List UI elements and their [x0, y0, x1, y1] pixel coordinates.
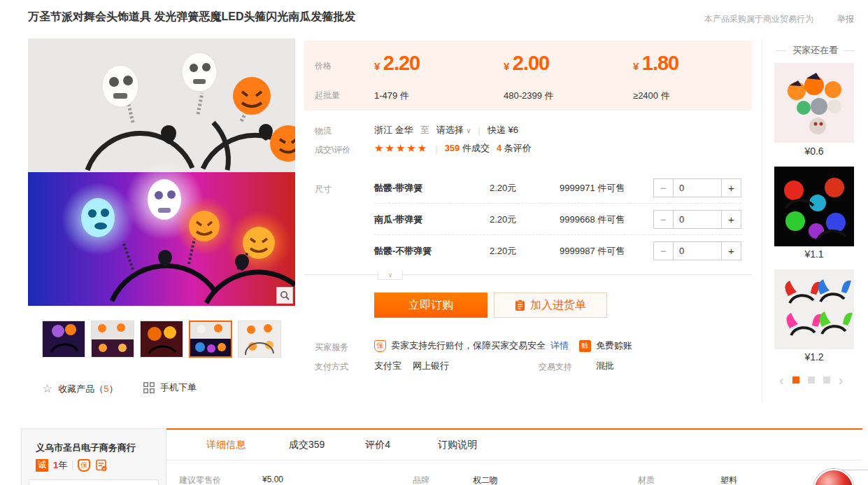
page-title: 万圣节派对舞会头饰道具 发光弹簧恶魔LED头箍闪光南瓜发箍批发: [28, 10, 355, 24]
ship-from: 浙江 金华: [374, 124, 413, 136]
sku-row-3: 骷髅-不带弹簧 2.20元 9999987 件可售 − 0 +: [374, 235, 741, 267]
related-item-3-price[interactable]: ¥1.2: [774, 351, 854, 363]
sku-name: 骷髅-不带弹簧: [374, 245, 490, 258]
pager-dot-3[interactable]: [823, 377, 830, 384]
magnifier-icon: [280, 290, 290, 300]
rating-row: ★★★★★ | 359 件成交 4 条评价: [374, 142, 532, 155]
credit-text[interactable]: 免费赊账: [596, 339, 632, 352]
qty-minus-button[interactable]: −: [654, 242, 673, 260]
bank-option[interactable]: 网上银行: [413, 360, 449, 372]
thumbnail-strip: [42, 321, 281, 358]
tab-deals[interactable]: 成交359: [289, 439, 325, 451]
thumbnail-4-selected[interactable]: [189, 321, 232, 358]
price-label: 价格: [315, 60, 332, 72]
attr-value-material: 塑料: [720, 475, 737, 485]
contract-doc-icon: [95, 459, 108, 472]
guarantee-badge-icon: 保: [374, 340, 386, 352]
deal-count[interactable]: 359 件成交: [445, 142, 490, 155]
qty-minus-button[interactable]: −: [654, 179, 673, 197]
price-tier-2: ¥ 2.00: [504, 52, 549, 75]
payment-methods: 支付宝 网上银行: [374, 360, 449, 372]
thumbnail-2[interactable]: [91, 321, 134, 358]
seller-stats-box: [29, 479, 159, 485]
destination-select[interactable]: 请选择 ∨: [436, 124, 471, 136]
moq-label: 起批量: [315, 90, 340, 101]
sku-price: 2.20元: [490, 245, 560, 258]
thumbnail-3[interactable]: [140, 321, 183, 358]
related-item-1-price[interactable]: ¥0.6: [774, 146, 854, 157]
moq-tier-3: ≥2400 件: [633, 90, 670, 102]
product-main-image[interactable]: [28, 38, 295, 306]
thumbnail-5[interactable]: [238, 321, 281, 358]
attr-label-brand: 品牌: [413, 475, 429, 485]
guarantee-text: 卖家支持先行赔付，保障买家交易安全: [391, 339, 546, 352]
tab-detail-info[interactable]: 详细信息: [206, 439, 246, 451]
related-item-2-price[interactable]: ¥1.1: [774, 248, 854, 260]
pager-prev-icon[interactable]: ‹: [779, 373, 784, 387]
add-to-cart-label: 加入进货单: [530, 298, 586, 313]
expand-sku-button[interactable]: ∨: [378, 270, 403, 280]
product-page: 万圣节派对舞会头饰道具 发光弹簧恶魔LED头箍闪光南瓜发箍批发 本产品采购属于商…: [0, 0, 868, 485]
attr-value-brand: 权二吻: [473, 475, 498, 485]
qty-plus-button[interactable]: +: [722, 242, 741, 260]
sku-name: 南瓜-带弹簧: [374, 213, 490, 226]
related-item-1-image[interactable]: [774, 63, 854, 143]
sku-stock: 9999987 件可售: [560, 245, 652, 258]
also-viewed-sidebar: 买家还在看 ¥0.6 ¥1.1: [762, 38, 868, 402]
section-divider: [304, 274, 752, 275]
qty-plus-button[interactable]: +: [722, 179, 741, 197]
order-now-button[interactable]: 立即订购: [374, 293, 488, 318]
sku-name: 骷髅-带弹簧: [374, 182, 490, 195]
qty-minus-button[interactable]: −: [654, 211, 673, 228]
sku-stock: 9999971 件可售: [560, 182, 652, 195]
price-tier-1: ¥ 2.20: [374, 52, 420, 75]
pager-next-icon[interactable]: ›: [839, 373, 844, 387]
tab-order-notes[interactable]: 订购说明: [438, 439, 477, 451]
contact-service-ball-icon[interactable]: [813, 469, 854, 485]
mobile-order[interactable]: 手机下单: [143, 381, 197, 394]
qty-input[interactable]: 0: [673, 211, 722, 228]
credit-badge-icon: 赊: [579, 340, 591, 352]
quantity-stepper: − 0 +: [653, 241, 741, 260]
cheng-badge-icon: 诚: [36, 459, 48, 472]
moq-tier-1: 1-479 件: [374, 90, 409, 102]
image-zoom-button[interactable]: [276, 287, 293, 304]
qty-plus-button[interactable]: +: [722, 211, 741, 228]
sku-row-1: 骷髅-带弹簧 2.20元 9999971 件可售 − 0 +: [374, 172, 741, 204]
favorite-product[interactable]: ☆ 收藏产品（5）: [42, 381, 118, 396]
pager-dot-2[interactable]: [808, 377, 815, 384]
thumbnail-1[interactable]: [42, 321, 85, 358]
divider: [72, 461, 73, 470]
pager-dot-1[interactable]: [792, 377, 799, 384]
express-fee: 快递 ¥6: [488, 124, 518, 136]
seller-panel: 义乌市圣吕电子商务商行 诚 1年 保: [21, 428, 166, 485]
favorite-label: 收藏产品（5）: [58, 383, 118, 395]
qty-input[interactable]: 0: [673, 242, 722, 260]
price-panel: 价格 起批量 ¥ 2.20 ¥ 2.00 ¥ 1.80 1-479 件 480-…: [304, 41, 752, 111]
logistics-row: 浙江 金华 至 请选择 ∨ | 快递 ¥6: [374, 124, 518, 136]
payment-label: 支付方式: [315, 361, 348, 373]
add-to-cart-button[interactable]: 加入进货单: [494, 293, 607, 318]
rating-label: 成交\评价: [315, 144, 350, 156]
tab-reviews[interactable]: 评价4: [365, 439, 390, 451]
star-rating-icons: ★★★★★: [374, 142, 428, 155]
services-label: 买家服务: [315, 342, 348, 353]
detail-link[interactable]: 详情: [550, 339, 569, 352]
review-count[interactable]: 4 条评价: [497, 142, 532, 155]
moq-tier-2: 480-2399 件: [504, 90, 554, 102]
buyer-services-row: 保 卖家支持先行赔付，保障买家交易安全 详情 赊 免费赊账: [374, 339, 632, 352]
report-link[interactable]: 举报: [837, 13, 854, 25]
sku-stock: 9999668 件可售: [560, 213, 652, 226]
sidebar-pagination: ‹ ›: [779, 373, 843, 387]
seller-name[interactable]: 义乌市圣吕电子商务商行: [36, 442, 136, 454]
trade-support-value: 混批: [596, 360, 614, 372]
chevron-down-icon: ∨: [388, 272, 393, 279]
seller-badges: 诚 1年 保: [36, 458, 108, 472]
related-item-3-image[interactable]: [774, 269, 854, 349]
guarantee-shield-icon: 保: [78, 459, 90, 472]
alipay-option[interactable]: 支付宝: [374, 360, 401, 372]
qr-code-icon: [143, 382, 155, 393]
related-item-2-image[interactable]: [774, 167, 854, 246]
detail-tabbar: 详细信息 成交359 评价4 订购说明: [166, 428, 862, 461]
qty-input[interactable]: 0: [673, 179, 722, 197]
